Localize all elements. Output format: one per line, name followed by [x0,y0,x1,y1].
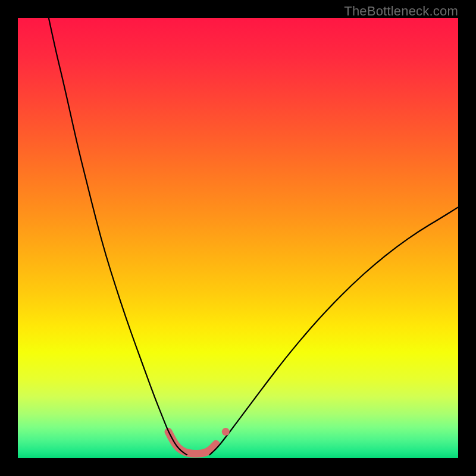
gradient-background [18,18,458,458]
bottleneck-chart [18,18,458,458]
highlight-dot [222,428,230,436]
chart-frame: TheBottleneck.com [0,0,476,476]
marker-group [222,428,230,436]
plot-area [18,18,458,458]
watermark-text: TheBottleneck.com [344,4,458,19]
